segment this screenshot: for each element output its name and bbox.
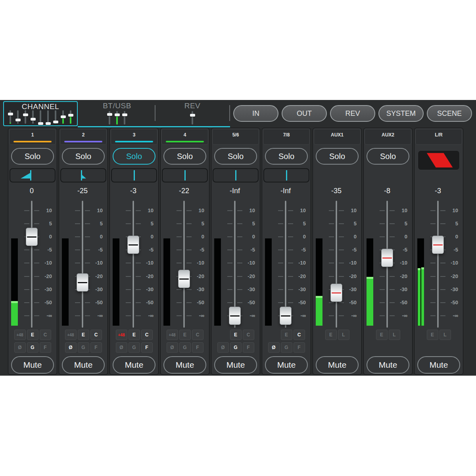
fx-button[interactable]: F — [90, 342, 102, 353]
channel-header[interactable]: 2 — [60, 129, 107, 145]
tab-rev[interactable]: REV — [155, 101, 229, 126]
fader-track[interactable] — [336, 201, 337, 328]
nav-button-rev[interactable]: REV — [330, 105, 375, 122]
fader-knob[interactable] — [229, 307, 241, 325]
mini-fader[interactable] — [8, 110, 13, 124]
channel-header[interactable]: 1 — [9, 129, 56, 145]
tab-channel[interactable]: CHANNEL — [3, 101, 78, 126]
pan-control[interactable] — [162, 168, 208, 182]
fader-knob[interactable] — [330, 284, 342, 302]
eq-button[interactable]: E — [376, 330, 388, 340]
tab-btusb[interactable]: BT/USB — [79, 101, 155, 126]
mute-button[interactable]: Mute — [417, 356, 460, 374]
fader-knob[interactable] — [127, 236, 139, 254]
nav-button-out[interactable]: OUT — [282, 105, 327, 122]
mini-fader[interactable] — [61, 110, 66, 124]
solo-button[interactable]: Solo — [11, 148, 54, 165]
gate-button[interactable]: G — [230, 342, 242, 353]
fader-knob[interactable] — [432, 236, 444, 254]
pan-control[interactable] — [60, 168, 106, 182]
mini-fader-knob[interactable] — [115, 113, 120, 116]
limiter-button[interactable]: L — [338, 330, 349, 340]
gate-button[interactable]: G — [179, 342, 191, 353]
mini-fader-knob[interactable] — [53, 121, 58, 123]
solo-button[interactable]: Solo — [316, 148, 359, 165]
fx-button[interactable]: F — [40, 342, 51, 353]
mini-fader-knob[interactable] — [31, 118, 36, 121]
channel-header[interactable]: 4 — [161, 129, 208, 145]
gate-button[interactable]: G — [78, 342, 89, 353]
mute-button[interactable]: Mute — [163, 356, 206, 374]
eq-button[interactable]: E — [129, 330, 140, 340]
mini-fader-knob[interactable] — [107, 113, 112, 116]
channel-header[interactable]: 7/8 — [263, 129, 310, 145]
mini-fader[interactable] — [115, 111, 120, 125]
mini-fader[interactable] — [190, 111, 195, 125]
compressor-button[interactable]: C — [294, 330, 305, 340]
mini-fader[interactable] — [68, 110, 73, 124]
mini-fader-knob[interactable] — [46, 122, 51, 125]
pan-control[interactable] — [10, 168, 56, 182]
mini-fader-knob[interactable] — [23, 113, 28, 116]
compressor-button[interactable]: C — [40, 330, 51, 340]
phase-button[interactable]: Ø — [217, 342, 229, 353]
mini-fader-knob[interactable] — [61, 115, 66, 118]
mute-button[interactable]: Mute — [214, 356, 257, 374]
nav-button-system[interactable]: SYSTEM — [378, 105, 424, 122]
fader-knob[interactable] — [280, 307, 292, 325]
fader-knob[interactable] — [381, 249, 393, 267]
pan-control[interactable] — [213, 168, 259, 182]
channel-header[interactable]: AUX2 — [365, 129, 411, 145]
fader-track[interactable] — [132, 201, 134, 328]
nav-button-scene[interactable]: SCENE — [427, 105, 472, 122]
mini-fader-knob[interactable] — [190, 114, 195, 117]
mini-fader-knob[interactable] — [38, 122, 43, 125]
fx-button[interactable]: F — [192, 342, 203, 353]
eq-button[interactable]: E — [78, 330, 89, 340]
phantom-48v-button[interactable]: +48 — [167, 330, 178, 340]
mini-fader-knob[interactable] — [68, 114, 73, 117]
eq-button[interactable]: E — [230, 330, 242, 340]
limiter-button[interactable]: L — [440, 330, 451, 340]
pan-control[interactable] — [263, 168, 309, 182]
mini-fader[interactable] — [46, 110, 51, 124]
eq-button[interactable]: E — [27, 330, 38, 340]
limiter-button[interactable]: L — [389, 330, 400, 340]
channel-header[interactable]: 5/6 — [212, 129, 259, 145]
channel-header[interactable]: L/R — [415, 129, 462, 145]
mute-button[interactable]: Mute — [367, 356, 409, 374]
mini-fader-knob[interactable] — [122, 113, 127, 116]
phase-button[interactable]: Ø — [14, 342, 26, 353]
solo-button[interactable]: Solo — [265, 148, 308, 165]
mini-fader[interactable] — [122, 111, 127, 125]
eq-button[interactable]: E — [281, 330, 292, 340]
mini-fader-knob[interactable] — [8, 113, 13, 115]
phantom-48v-button[interactable]: +48 — [116, 330, 127, 340]
fader-knob[interactable] — [77, 273, 88, 292]
solo-button[interactable]: Solo — [367, 148, 409, 165]
solo-button[interactable]: Solo — [113, 148, 155, 165]
phantom-48v-button[interactable]: +48 — [14, 330, 26, 340]
fx-button[interactable]: F — [243, 342, 254, 353]
gate-button[interactable]: G — [129, 342, 140, 353]
phantom-48v-button[interactable]: +48 — [65, 330, 77, 340]
fader-track[interactable] — [437, 201, 439, 328]
mute-button[interactable]: Mute — [113, 356, 155, 374]
eq-button[interactable]: E — [179, 330, 191, 340]
gate-button[interactable]: G — [27, 342, 38, 353]
compressor-button[interactable]: C — [192, 330, 203, 340]
mini-fader[interactable] — [38, 110, 43, 124]
fader-track[interactable] — [31, 201, 33, 328]
pan-control[interactable] — [111, 168, 157, 182]
compressor-button[interactable]: C — [141, 330, 153, 340]
compressor-button[interactable]: C — [243, 330, 254, 340]
channel-header[interactable]: AUX1 — [314, 129, 361, 145]
mini-fader[interactable] — [53, 110, 58, 124]
gate-button[interactable]: G — [281, 342, 292, 353]
phase-button[interactable]: Ø — [116, 342, 127, 353]
mute-button[interactable]: Mute — [265, 356, 308, 374]
nav-button-in[interactable]: IN — [233, 105, 278, 122]
solo-button[interactable]: Solo — [214, 148, 257, 165]
fx-button[interactable]: F — [294, 342, 305, 353]
lr-logo-button[interactable] — [418, 150, 460, 170]
